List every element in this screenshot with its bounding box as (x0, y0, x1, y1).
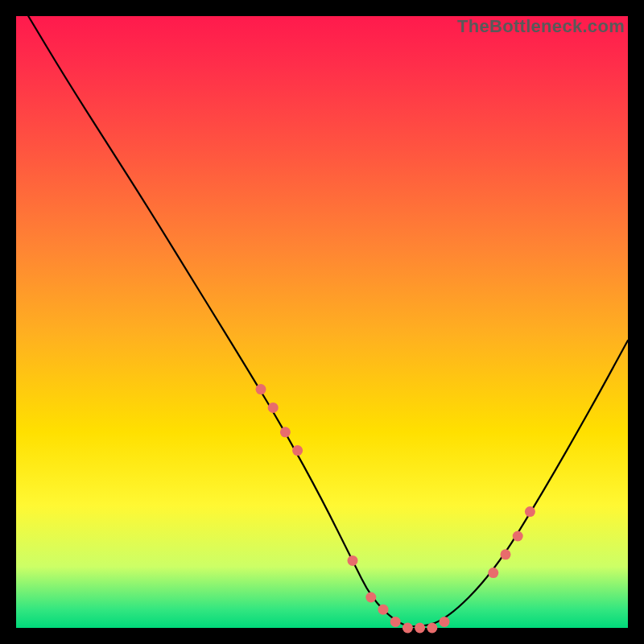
chart-svg (16, 16, 628, 628)
chart-stage: TheBottleneck.com (0, 0, 644, 644)
marker-dot (378, 605, 389, 615)
marker-dot (525, 506, 535, 517)
marker-dot (402, 623, 413, 634)
marker-group (256, 384, 535, 633)
marker-dot (365, 592, 376, 603)
marker-dot (390, 617, 401, 627)
plot-area: TheBottleneck.com (16, 16, 628, 628)
marker-dot (268, 402, 279, 413)
marker-dot (513, 531, 523, 542)
bottleneck-curve (28, 16, 628, 626)
marker-dot (440, 617, 450, 627)
marker-dot (427, 623, 437, 634)
marker-dot (280, 427, 291, 437)
marker-dot (256, 384, 266, 394)
marker-dot (348, 555, 358, 566)
marker-dot (501, 549, 511, 559)
marker-dot (292, 445, 303, 456)
marker-dot (415, 623, 425, 634)
marker-dot (488, 568, 498, 578)
